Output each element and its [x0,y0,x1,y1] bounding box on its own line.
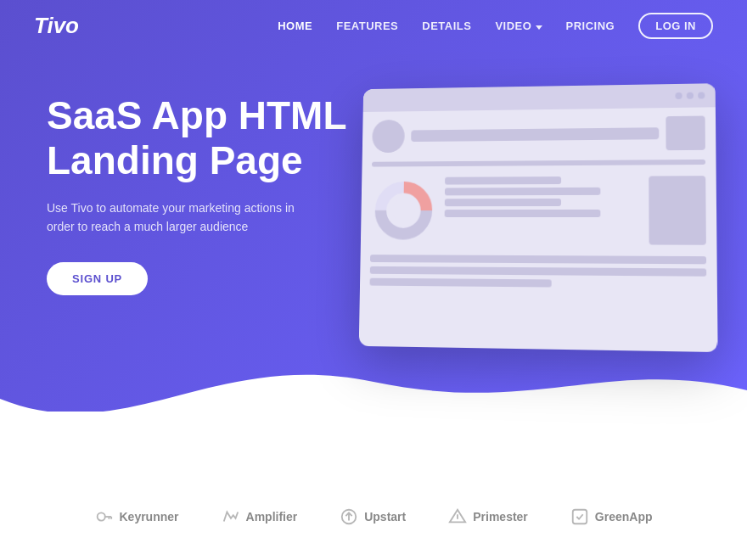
browser-top-row [372,116,705,154]
amplifier-label: Amplifier [246,510,298,524]
browser-text-lines [444,176,640,245]
logo-keyrunner: Keyrunner [94,507,178,526]
svg-point-3 [392,199,415,222]
logos-row: Keyrunner Amplifier Upstart Primester Gr… [0,507,747,526]
logo-amplifier: Amplifier [222,507,298,526]
signup-button[interactable]: SIGN UP [47,262,148,295]
upstart-icon [340,507,358,526]
keyrunner-icon [94,507,113,526]
browser-body [360,107,717,297]
login-button[interactable]: LOG IN [638,13,713,39]
browser-dot-maximize [687,92,694,99]
brand-logo[interactable]: Tivo [34,13,79,39]
logo-upstart: Upstart [340,507,406,526]
browser-mockup [359,83,718,352]
keyrunner-label: Keyrunner [119,510,178,524]
upstart-label: Upstart [364,510,406,524]
nav-home[interactable]: HOME [278,20,312,32]
primester-label: Primester [473,510,528,524]
browser-bar-small [666,116,705,151]
nav-video[interactable]: VIDEO [495,20,542,32]
browser-line-1 [445,176,561,185]
browser-dot-close [698,92,705,98]
header: Tivo HOME FEATURES DETAILS VIDEO PRICING… [0,0,747,51]
browser-dot-minimize [675,92,682,99]
browser-avatar [372,120,405,153]
browser-middle [370,176,706,245]
browser-divider [372,160,705,167]
nav-features[interactable]: FEATURES [336,20,398,32]
hero-content: SaaS App HTML Landing Page Use Tivo to a… [47,93,361,295]
browser-right-col [444,176,640,245]
logo-greenapp: GreenApp [570,507,653,526]
nav-video-label: VIDEO [495,20,531,32]
greenapp-icon [570,507,589,526]
browser-box-right [649,176,706,245]
primester-icon [448,507,467,526]
svg-point-4 [98,512,105,520]
svg-rect-11 [573,510,587,524]
nav-pricing[interactable]: PRICING [566,20,615,32]
browser-bar-wide [411,127,659,142]
browser-donut-chart [370,177,436,244]
logo-primester: Primester [448,507,528,526]
browser-bottom-bar-3 [370,278,552,288]
browser-bottom-bar-1 [370,255,706,264]
hero-subtitle: Use Tivo to automate your marketing acti… [47,199,301,237]
browser-bottom-bars [370,255,707,288]
browser-line-3 [445,199,561,206]
chevron-down-icon [536,25,542,30]
browser-bottom-bar-2 [370,266,706,277]
browser-line-2 [445,188,600,196]
wave-divider [0,348,747,450]
hero-title: SaaS App HTML Landing Page [47,93,361,183]
browser-line-4 [445,210,600,217]
greenapp-label: GreenApp [595,510,653,524]
amplifier-icon [222,507,240,526]
main-nav: HOME FEATURES DETAILS VIDEO PRICING LOG … [278,13,713,39]
nav-details[interactable]: DETAILS [422,20,471,32]
